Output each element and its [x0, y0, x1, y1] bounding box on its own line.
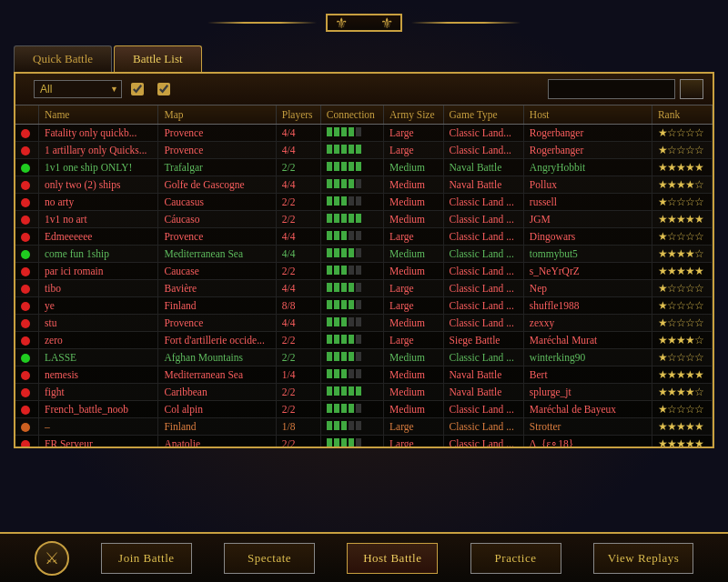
row-rank: ★☆☆☆☆ [652, 228, 712, 246]
table-row[interactable]: French_battle_noobCol alpin2/2MediumClas… [15, 401, 713, 418]
row-army-size: Medium [384, 315, 444, 332]
conn-bar-segment [356, 404, 361, 413]
row-connection [320, 384, 383, 401]
row-army-size: Medium [384, 194, 444, 211]
table-row[interactable]: 1 artillary only Quicks...Provence4/4Lar… [15, 142, 713, 159]
row-rank: ★★★★☆ [652, 332, 712, 349]
unranked-checkbox[interactable] [157, 83, 170, 95]
conn-bar-segment [334, 421, 339, 430]
row-host: s_NeYrQrZ [523, 263, 652, 280]
row-host: shuffle1988 [523, 297, 652, 315]
row-host: AngryHobbit [523, 159, 652, 176]
table-row[interactable]: LASSEAfghan Mountains2/2MediumClassic La… [15, 349, 713, 366]
ranked-checkbox[interactable] [131, 83, 144, 95]
status-dot [21, 388, 30, 397]
table-row[interactable]: 1v1 no artCáucaso2/2MediumClassic Land .… [15, 211, 713, 228]
status-dot [21, 302, 30, 311]
view-replays-button[interactable]: View Replays [593, 543, 694, 574]
battle-table: Name Map Players Connection Army Size Ga… [15, 105, 713, 447]
col-game-type[interactable]: Game Type [443, 105, 523, 125]
row-rank: ★★★★★ [652, 418, 712, 436]
table-row[interactable]: yeFinland8/8LargeClassic Land ...shuffle… [15, 297, 713, 315]
table-row[interactable]: no artyCaucasus2/2MediumClassic Land ...… [15, 194, 713, 211]
row-connection [320, 418, 383, 436]
row-name: – [39, 418, 158, 436]
col-name-label[interactable]: Name [39, 105, 158, 125]
table-row[interactable]: nemesisMediterranean Sea1/4MediumNaval B… [15, 366, 713, 384]
row-rank: ★☆☆☆☆ [652, 401, 712, 418]
conn-bar-segment [327, 145, 332, 154]
status-dot [21, 354, 30, 363]
row-army-size: Large [384, 332, 444, 349]
row-army-size: Medium [384, 366, 444, 384]
row-players: 2/2 [276, 332, 320, 349]
row-map: Golfe de Gascogne [158, 176, 276, 194]
row-players: 2/2 [276, 401, 320, 418]
col-name[interactable] [15, 105, 39, 125]
host-battle-button[interactable]: Host Battle [347, 543, 438, 574]
table-row[interactable]: –Finland1/8LargeClassic Land ...Strotter… [15, 418, 713, 436]
join-battle-button[interactable]: Join Battle [101, 543, 192, 574]
table-row[interactable]: stuProvence4/4MediumClassic Land ...zexx… [15, 315, 713, 332]
row-map: Mediterranean Sea [158, 246, 276, 263]
table-row[interactable]: 1v1 one ship ONLY!Trafalgar2/2MediumNava… [15, 159, 713, 176]
table-row[interactable]: fightCaribbean2/2MediumNaval Battlesplur… [15, 384, 713, 401]
table-row[interactable]: Fatality only quickb...Provence4/4LargeC… [15, 125, 713, 142]
unranked-games-group[interactable] [157, 83, 175, 95]
row-rank: ★☆☆☆☆ [652, 280, 712, 297]
conn-bar-segment [356, 300, 361, 309]
row-map: Provence [158, 142, 276, 159]
row-game-type: Naval Battle [443, 176, 523, 194]
row-rank: ★☆☆☆☆ [652, 349, 712, 366]
col-host[interactable]: Host [523, 105, 652, 125]
row-name: stu [39, 315, 158, 332]
conn-bar-segment [334, 196, 339, 206]
table-row[interactable]: only two (2) shipsGolfe de Gascogne4/4Me… [15, 176, 713, 194]
header [0, 0, 728, 41]
col-connection[interactable]: Connection [320, 105, 383, 125]
row-host: Nep [523, 280, 652, 297]
filter-select[interactable]: All Classic Land Naval Battle Siege Batt… [34, 80, 122, 98]
table-row[interactable]: par ici romainCaucase2/2MediumClassic La… [15, 263, 713, 280]
table-row[interactable]: FR ServeurAnatolie2/2LargeClassic Land .… [15, 436, 713, 447]
col-players[interactable]: Players [276, 105, 320, 125]
status-dot [21, 285, 30, 294]
ranked-games-group[interactable] [131, 83, 148, 95]
col-army-size[interactable]: Army Size [384, 105, 444, 125]
col-rank[interactable]: Rank [652, 105, 712, 125]
tab-battle-list[interactable]: Battle List [114, 45, 202, 72]
table-row[interactable]: tiboBavière4/4LargeClassic Land ...Nep★☆… [15, 280, 713, 297]
filter-bar: All Classic Land Naval Battle Siege Batt… [15, 74, 713, 105]
tab-quick-battle[interactable]: Quick Battle [14, 45, 112, 72]
table-row[interactable]: zeroFort d'artillerie occide...2/2LargeS… [15, 332, 713, 349]
row-army-size: Medium [384, 401, 444, 418]
row-players: 2/2 [276, 159, 320, 176]
filter-select-wrap[interactable]: All Classic Land Naval Battle Siege Batt… [34, 80, 122, 98]
conn-bar-segment [349, 386, 354, 396]
conn-bar-segment [349, 317, 354, 326]
profile-icon[interactable]: ⚔ [35, 541, 69, 576]
conn-bar-segment [327, 369, 332, 378]
row-connection [320, 297, 383, 315]
search-input[interactable] [548, 79, 675, 99]
conn-bar-segment [334, 335, 339, 344]
conn-bar-segment [327, 404, 332, 413]
row-players: 4/4 [276, 176, 320, 194]
row-name: tibo [39, 280, 158, 297]
conn-bar-segment [341, 421, 347, 430]
table-row[interactable]: come fun 1shipMediterranean Sea4/4Medium… [15, 246, 713, 263]
col-map[interactable]: Map [158, 105, 276, 125]
row-rank: ★★★★★ [652, 436, 712, 447]
search-button[interactable] [680, 79, 703, 99]
conn-bar-segment [349, 300, 354, 309]
row-map: Bavière [158, 280, 276, 297]
conn-bar-segment [349, 179, 354, 188]
conn-bar-segment [334, 214, 339, 223]
practice-button[interactable]: Practice [470, 543, 561, 574]
row-host: JGM [523, 211, 652, 228]
table-row[interactable]: EdmeeeeeeProvence4/4LargeClassic Land ..… [15, 228, 713, 246]
spectate-button[interactable]: Spectate [224, 543, 315, 574]
conn-bar-segment [356, 248, 361, 257]
battle-table-wrap[interactable]: Name Map Players Connection Army Size Ga… [15, 105, 713, 447]
row-name: 1v1 no art [39, 211, 158, 228]
